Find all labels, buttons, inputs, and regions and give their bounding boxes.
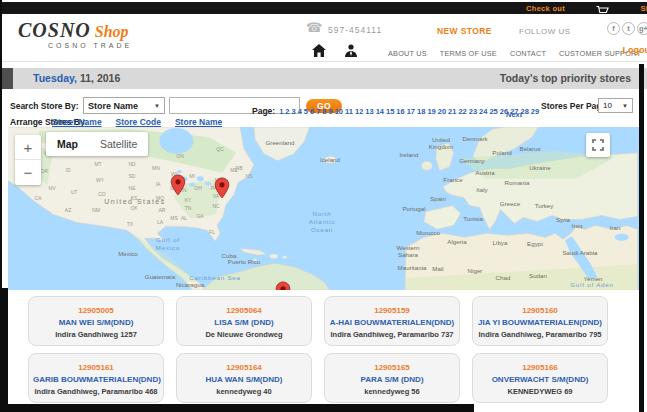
zoom-out-button[interactable]: − xyxy=(15,160,41,185)
store-name-link[interactable]: ONVERWACHT S/M(DND) xyxy=(477,374,603,386)
page-number-17[interactable]: 17 xyxy=(407,107,415,116)
nav-link-terms-of-use[interactable]: TERMS OF USE xyxy=(440,49,497,58)
store-code-link[interactable]: 12905159 xyxy=(329,305,455,317)
zoom-in-button[interactable]: + xyxy=(15,135,41,160)
page-number-14[interactable]: 14 xyxy=(376,107,384,116)
date-value: 11, 2016 xyxy=(80,72,120,84)
store-search-select[interactable]: Store Name ▼ xyxy=(83,97,165,114)
current-date: Tuesday,11, 2016 xyxy=(33,72,120,84)
toolbar: Search Store By: Store Name ▼ GO Page:12… xyxy=(0,89,647,127)
new-store-link[interactable]: NEW STORE xyxy=(437,26,492,36)
arrange-by-store-name[interactable]: Store Name xyxy=(175,117,222,127)
arrange-by-street-name[interactable]: Street Name xyxy=(52,117,102,127)
logout-link[interactable]: Logout xyxy=(623,45,647,55)
map-view-button[interactable]: Map xyxy=(46,132,89,156)
store-card: 12905005MAN WEI S/M(DND)Indira Gandhiweg… xyxy=(28,296,164,346)
next-page-link[interactable]: Next xyxy=(506,110,522,119)
store-card: 12905160JIA YI BOUWMATERIALEN(DND)Indira… xyxy=(472,296,608,346)
page-number-13[interactable]: 13 xyxy=(365,107,373,116)
store-code-link[interactable]: 12905160 xyxy=(477,305,603,317)
map-type-control: Map Satellite xyxy=(46,132,148,156)
fullscreen-button[interactable] xyxy=(586,133,610,157)
page-number-24[interactable]: 24 xyxy=(479,107,487,116)
page-number-4[interactable]: 4 xyxy=(298,107,302,116)
store-address: kennedyweg 40 xyxy=(181,386,307,398)
store-address: De Nieuwe Grondweg xyxy=(181,329,307,341)
store-address: kennedyweg 56 xyxy=(329,386,455,398)
satellite-view-button[interactable]: Satellite xyxy=(89,132,148,156)
store-card: 12905166ONVERWACHT S/M(DND)KENNEDYWEG 69 xyxy=(472,353,608,403)
map-marker[interactable] xyxy=(214,177,230,199)
page-number-21[interactable]: 21 xyxy=(448,107,456,116)
shop-link[interactable]: SHOP xyxy=(641,4,647,13)
per-page-value: 10 xyxy=(603,101,612,110)
page-number-25[interactable]: 25 xyxy=(489,107,497,116)
datebar-accent-block xyxy=(2,68,13,89)
twitter-icon[interactable]: t xyxy=(622,22,635,35)
page-number-23[interactable]: 23 xyxy=(469,107,477,116)
store-code-link[interactable]: 12905161 xyxy=(33,362,159,374)
date-bar: Tuesday,11, 2016 Today's top priority st… xyxy=(0,68,647,89)
page-number-20[interactable]: 20 xyxy=(438,107,446,116)
store-grid: 12905005MAN WEI S/M(DND)Indira Gandhiweg… xyxy=(28,296,608,403)
arrange-links: Street NameStore CodeStore Name xyxy=(52,117,222,127)
page-number-11[interactable]: 11 xyxy=(345,107,353,116)
store-card: 12905161GARIB BOUWMATERIALEN(DND)Indira … xyxy=(28,353,164,403)
store-name-link[interactable]: PARA S/M (DND) xyxy=(329,374,455,386)
store-card: 12905159A-HAI BOUWMATERIALEN(DND)Indira … xyxy=(324,296,460,346)
store-name-link[interactable]: GARIB BOUWMATERIALEN(DND) xyxy=(33,374,159,386)
logo-main: COSNO xyxy=(18,19,91,41)
map-marker[interactable] xyxy=(170,174,186,196)
page-number-29[interactable]: 29 xyxy=(531,107,539,116)
page-number-5[interactable]: 5 xyxy=(304,107,308,116)
logo-subtitle: COSNO TRADE xyxy=(48,42,132,49)
page-number-1[interactable]: 1 xyxy=(279,107,283,116)
page-number-2[interactable]: 2 xyxy=(285,107,289,116)
page-number-19[interactable]: 19 xyxy=(427,107,435,116)
store-code-link[interactable]: 12905166 xyxy=(477,362,603,374)
date-weekday: Tuesday, xyxy=(33,72,77,84)
topbar: Check out SHOP xyxy=(0,2,647,14)
chevron-down-icon: ▼ xyxy=(154,103,160,109)
facebook-icon[interactable]: f xyxy=(607,22,620,35)
store-code-link[interactable]: 12905064 xyxy=(181,305,307,317)
store-code-link[interactable]: 12905165 xyxy=(329,362,455,374)
arrange-by-store-code[interactable]: Store Code xyxy=(116,117,161,127)
page-number-18[interactable]: 18 xyxy=(417,107,425,116)
map-marker[interactable] xyxy=(275,281,291,290)
store-code-link[interactable]: 12905164 xyxy=(181,362,307,374)
page-number-3[interactable]: 3 xyxy=(292,107,296,116)
checkout-link[interactable]: Check out xyxy=(526,4,565,13)
priority-stores-label: Today's top priority stores xyxy=(500,72,631,84)
page-number-15[interactable]: 15 xyxy=(386,107,394,116)
map-zoom-control: + − xyxy=(15,135,41,185)
map-canvas[interactable]: United StatesMexicoGuatemalaNicaraguaCub… xyxy=(8,127,639,290)
page-number-7[interactable]: 7 xyxy=(316,107,320,116)
store-name-link[interactable]: JIA YI BOUWMATERIALEN(DND) xyxy=(477,317,603,329)
page-number-9[interactable]: 9 xyxy=(329,107,333,116)
page-number-12[interactable]: 12 xyxy=(355,107,363,116)
store-name-link[interactable]: HUA WAN S/M(DND) xyxy=(181,374,307,386)
search-by-label: Search Store By: xyxy=(10,101,79,111)
page-number-6[interactable]: 6 xyxy=(310,107,314,116)
store-address: Indira Gandhiweg, Paramaribo 468 xyxy=(33,386,159,398)
logo-accent: Shop xyxy=(95,23,129,40)
home-icon[interactable] xyxy=(312,43,326,61)
store-name-link[interactable]: LISA S/M (DND) xyxy=(181,317,307,329)
store-card: 12905165PARA S/M (DND)kennedyweg 56 xyxy=(324,353,460,403)
store-code-link[interactable]: 12905005 xyxy=(33,305,159,317)
page-number-8[interactable]: 8 xyxy=(322,107,326,116)
app-window: Check out SHOP COSNOShop COSNO TRADE ☎ 5… xyxy=(0,0,647,412)
store-name-link[interactable]: MAN WEI S/M(DND) xyxy=(33,317,159,329)
google-plus-icon[interactable]: g+ xyxy=(637,22,647,35)
nav-link-contact[interactable]: CONTACT xyxy=(510,49,546,58)
store-name-link[interactable]: A-HAI BOUWMATERIALEN(DND) xyxy=(329,317,455,329)
nav-link-about-us[interactable]: ABOUT US xyxy=(388,49,427,58)
page-number-16[interactable]: 16 xyxy=(396,107,404,116)
logo[interactable]: COSNOShop COSNO TRADE xyxy=(18,19,132,49)
per-page-select[interactable]: 10 ▼ xyxy=(598,98,633,113)
page-number-22[interactable]: 22 xyxy=(458,107,466,116)
user-icon[interactable] xyxy=(344,43,358,61)
page-numbers: 1234567891011121314151617181920212223242… xyxy=(279,100,541,117)
page-number-10[interactable]: 10 xyxy=(335,107,343,116)
